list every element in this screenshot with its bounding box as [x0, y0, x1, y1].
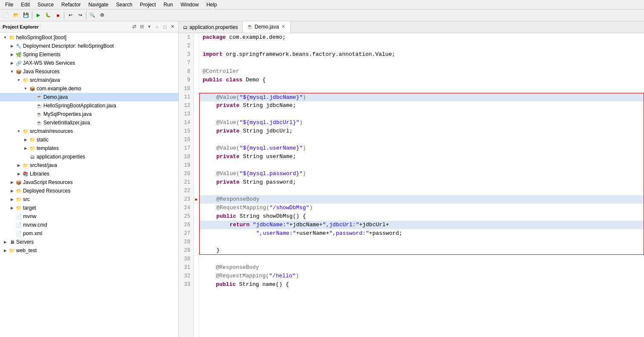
- tree-expand-java-resources[interactable]: ▼: [9, 68, 15, 75]
- sidebar-collapse-icon[interactable]: ⊟: [138, 23, 145, 30]
- code-line-2[interactable]: [199, 42, 644, 50]
- code-line-17[interactable]: @Value("${mysql.userName}"): [199, 144, 644, 153]
- tree-expand-deployment[interactable]: ▶: [9, 43, 15, 49]
- toolbar-redo[interactable]: ↪: [75, 11, 85, 20]
- tree-item-MySqlProperties-java[interactable]: ☕MySqlProperties.java: [0, 110, 178, 118]
- toolbar-open[interactable]: 📂: [11, 11, 21, 20]
- menu-file[interactable]: File: [2, 1, 17, 9]
- menu-search[interactable]: Search: [113, 1, 136, 9]
- tree-item-spring-elements[interactable]: ▶🌿Spring Elements: [0, 50, 178, 59]
- code-line-20[interactable]: @Value("${mysql.password}"): [199, 170, 644, 178]
- menu-source[interactable]: Source: [34, 1, 57, 9]
- menu-project[interactable]: Project: [137, 1, 159, 9]
- tree-item-com-example-demo[interactable]: ▼📦com.example.demo: [0, 84, 178, 93]
- tree-item-ServletInitializer-java[interactable]: ☕ServletInitializer.java: [0, 118, 178, 127]
- tree-item-java-resources[interactable]: ▼📦Java Resources: [0, 67, 178, 76]
- code-line-24[interactable]: @RequestMapping("/showDbMsg"): [199, 204, 644, 212]
- tree-item-pom-xml[interactable]: 📄pom.xml: [0, 229, 178, 238]
- tree-item-deployment[interactable]: ▶🔧Deployment Descriptor: helloSpringBoot: [0, 42, 178, 50]
- tree-item-mvnw[interactable]: 📄mvnw: [0, 212, 178, 221]
- tree-item-libraries[interactable]: ▶📚Libraries: [0, 170, 178, 178]
- toolbar-new[interactable]: 📄: [2, 11, 11, 20]
- toolbar-debug[interactable]: 🐛: [43, 11, 53, 20]
- tree-item-servers[interactable]: ▶🖥Servers: [0, 238, 178, 246]
- tree-expand-com-example-demo[interactable]: ▼: [22, 85, 29, 92]
- tree-expand-deployed-resources[interactable]: ▶: [9, 187, 15, 194]
- tree-item-Demo-java[interactable]: ☕Demo.java: [0, 93, 178, 101]
- code-line-16[interactable]: [199, 135, 644, 144]
- menu-refactor[interactable]: Refactor: [58, 1, 84, 9]
- tree-item-application-properties[interactable]: 🗂application.properties: [0, 153, 178, 161]
- code-editor[interactable]: 1237891011121314151617181920212223242526…: [179, 33, 644, 337]
- toolbar-undo[interactable]: ↩: [66, 11, 75, 20]
- code-line-30[interactable]: [199, 255, 644, 263]
- tree-item-src-main-java[interactable]: ▼📁src/main/java: [0, 76, 178, 84]
- tab-close-demo-java-tab[interactable]: ✕: [280, 23, 286, 30]
- toolbar-save[interactable]: 💾: [21, 11, 31, 20]
- menu-navigate[interactable]: Navigate: [85, 1, 112, 9]
- code-line-10[interactable]: [199, 84, 644, 93]
- toolbar-settings[interactable]: ⚙: [97, 11, 107, 20]
- tree-expand-src-test-java[interactable]: ▶: [15, 162, 22, 169]
- tree-expand-target[interactable]: ▶: [9, 205, 15, 211]
- tree-expand-jax-ws[interactable]: ▶: [9, 60, 15, 66]
- code-line-9[interactable]: public class Demo {: [199, 76, 644, 84]
- code-line-22[interactable]: [199, 187, 644, 195]
- tree-expand-templates[interactable]: ▶: [22, 145, 29, 152]
- tree-item-static[interactable]: ▶📁static: [0, 135, 178, 144]
- project-tree[interactable]: ▼📁helloSpringBoot [boot]▶🔧Deployment Des…: [0, 32, 178, 337]
- code-line-28[interactable]: [199, 238, 644, 246]
- sidebar-sync-icon[interactable]: ⇄: [131, 23, 137, 30]
- tab-demo-java-tab[interactable]: ☕Demo.java✕: [243, 21, 291, 33]
- code-line-3[interactable]: import org.springframework.beans.factory…: [199, 50, 644, 59]
- tree-item-templates[interactable]: ▶📁templates: [0, 144, 178, 153]
- tree-item-src[interactable]: ▶📁src: [0, 195, 178, 204]
- code-line-13[interactable]: [199, 110, 644, 118]
- tree-item-jax-ws[interactable]: ▶🔗JAX-WS Web Services: [0, 59, 178, 67]
- code-line-25[interactable]: public String showDbMsg() {: [199, 212, 644, 221]
- code-line-15[interactable]: private String jdbcUrl;: [199, 127, 644, 135]
- sidebar-close-icon[interactable]: ✕: [169, 23, 176, 30]
- toolbar-stop[interactable]: ■: [53, 11, 63, 20]
- sidebar-maximize-icon[interactable]: □: [161, 23, 168, 30]
- code-lines[interactable]: package com.example.demo; import org.spr…: [199, 33, 644, 337]
- code-line-32[interactable]: @RequestMapping("/hello"): [199, 272, 644, 280]
- sidebar-minimize-icon[interactable]: −: [154, 23, 160, 30]
- code-line-27[interactable]: ",userName:"+userName+",password:"+passw…: [199, 229, 644, 238]
- tree-item-src-test-java[interactable]: ▶📁src/test/java: [0, 161, 178, 170]
- tree-expand-spring-elements[interactable]: ▶: [9, 51, 15, 58]
- tree-expand-libraries[interactable]: ▶: [15, 170, 22, 177]
- sidebar-menu-icon[interactable]: ▾: [146, 23, 153, 30]
- code-line-14[interactable]: @Value("${mysql.jdbcUrl}"): [199, 118, 644, 127]
- tree-expand-static[interactable]: ▶: [22, 136, 29, 143]
- code-line-33[interactable]: public String name() {: [199, 280, 644, 289]
- toolbar-search[interactable]: 🔍: [88, 11, 97, 20]
- menu-edit[interactable]: Edit: [17, 1, 33, 9]
- tree-item-src-main-resources[interactable]: ▼📁src/main/resources: [0, 127, 178, 135]
- code-line-23[interactable]: @ResponseBody: [199, 195, 644, 204]
- code-line-1[interactable]: package com.example.demo;: [199, 33, 644, 42]
- code-line-19[interactable]: [199, 161, 644, 170]
- menu-window[interactable]: Window: [177, 1, 202, 9]
- tree-item-javascript-resources[interactable]: ▶📦JavaScript Resources: [0, 178, 178, 187]
- tree-item-deployed-resources[interactable]: ▶📁Deployed Resources: [0, 187, 178, 195]
- tree-expand-helloSpringBoot[interactable]: ▼: [2, 34, 9, 41]
- menu-help[interactable]: Help: [203, 1, 220, 9]
- toolbar-run[interactable]: ▶: [34, 11, 43, 20]
- tree-item-web-test[interactable]: ▶📁web_test: [0, 246, 178, 255]
- code-line-8[interactable]: @Controller: [199, 67, 644, 76]
- code-line-12[interactable]: private String jdbcName;: [199, 101, 644, 110]
- tree-item-helloSpringBoot[interactable]: ▼📁helloSpringBoot [boot]: [0, 33, 178, 42]
- code-line-26[interactable]: return "jdbcName:"+jdbcName+",jdbcUrl:"+…: [199, 221, 644, 229]
- tree-expand-src-main-resources[interactable]: ▼: [15, 128, 22, 135]
- menu-run[interactable]: Run: [160, 1, 176, 9]
- code-line-18[interactable]: private String userName;: [199, 153, 644, 161]
- tree-item-HelloSpringBootApplication-java[interactable]: ☕HelloSpringBootApplication.java: [0, 101, 178, 110]
- code-line-29[interactable]: }: [199, 246, 644, 255]
- code-line-7[interactable]: [199, 59, 644, 67]
- tab-application-properties-tab[interactable]: 🗂application.properties: [179, 21, 243, 33]
- code-line-21[interactable]: private String password;: [199, 178, 644, 187]
- tree-item-target[interactable]: ▶📁target: [0, 204, 178, 212]
- tree-expand-src-main-java[interactable]: ▼: [15, 77, 22, 84]
- code-line-11[interactable]: @Value("${mysql.jdbcName}"): [199, 93, 644, 101]
